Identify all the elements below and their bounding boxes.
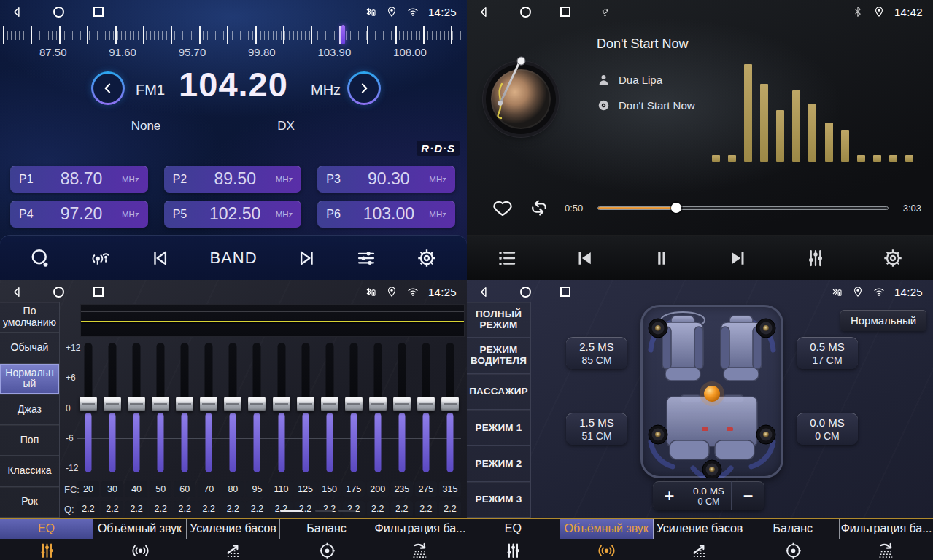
eq-slider-handle[interactable] — [104, 397, 121, 411]
audio-tab[interactable]: Баланс — [280, 519, 373, 560]
eq-band-slider[interactable] — [319, 343, 341, 472]
preset-button[interactable]: P6 103.00 MHz — [317, 201, 455, 228]
delay-increase-button[interactable]: + — [653, 481, 686, 510]
eq-slider-handle[interactable] — [248, 397, 266, 411]
listening-mode-item[interactable]: РЕЖИМ 3 — [467, 482, 530, 518]
nav-recents-icon[interactable] — [560, 287, 570, 297]
nav-home-icon[interactable] — [53, 287, 64, 298]
nav-back-icon[interactable] — [10, 5, 24, 19]
nav-home-icon[interactable] — [520, 287, 531, 298]
broadcast-icon[interactable] — [89, 247, 111, 269]
nav-recents-icon[interactable] — [93, 287, 104, 297]
eq-slider-handle[interactable] — [80, 397, 97, 411]
eq-band-slider[interactable] — [367, 343, 389, 472]
eq-slider-handle[interactable] — [152, 397, 169, 411]
previous-station-icon[interactable] — [150, 247, 171, 269]
eq-slider-handle[interactable] — [345, 397, 363, 411]
nav-recents-icon[interactable] — [560, 7, 570, 17]
delay-decrease-button[interactable]: − — [731, 481, 764, 510]
front-left-delay-button[interactable]: 2.5 MS 85 CM — [566, 337, 627, 369]
scan-icon[interactable] — [29, 247, 51, 269]
eq-slider-handle[interactable] — [321, 397, 338, 411]
band-button[interactable]: BAND — [209, 249, 257, 268]
audio-settings-icon[interactable] — [805, 247, 826, 269]
eq-band-slider[interactable] — [198, 343, 220, 472]
listening-mode-item[interactable]: РЕЖИМ 2 — [467, 446, 530, 481]
eq-band-slider[interactable] — [271, 343, 293, 472]
audio-tab[interactable]: Фильтрация ба... — [840, 519, 933, 560]
eq-band-slider[interactable] — [343, 343, 365, 472]
favorite-heart-icon[interactable] — [492, 197, 514, 219]
equalizer-icon[interactable] — [355, 247, 377, 269]
front-right-delay-button[interactable]: 0.5 MS 17 CM — [797, 337, 858, 369]
audio-tab[interactable]: Усиление басов — [187, 519, 280, 560]
seek-knob[interactable] — [671, 203, 681, 213]
eq-band-slider[interactable] — [77, 343, 99, 472]
seek-bar[interactable] — [597, 206, 888, 210]
preset-button[interactable]: P1 88.70 MHz — [10, 166, 148, 192]
nav-back-icon[interactable] — [477, 5, 491, 19]
eq-slider-handle[interactable] — [176, 397, 193, 411]
nav-home-icon[interactable] — [520, 7, 531, 18]
eq-slider-handle[interactable] — [393, 397, 411, 411]
tune-down-button[interactable] — [91, 71, 125, 105]
eq-preset-item[interactable]: Рок — [0, 487, 59, 518]
preset-button[interactable]: P2 89.50 MHz — [164, 166, 302, 192]
preset-button[interactable]: P5 102.50 MHz — [164, 201, 302, 228]
eq-slider-handle[interactable] — [128, 397, 145, 411]
eq-band-slider[interactable] — [101, 343, 123, 472]
playlist-icon[interactable] — [496, 247, 518, 269]
eq-band-slider[interactable] — [391, 343, 413, 472]
audio-tab[interactable]: EQ — [0, 519, 93, 560]
eq-slider-handle[interactable] — [273, 397, 290, 411]
next-track-icon[interactable] — [727, 247, 749, 269]
eq-band-slider[interactable] — [174, 343, 195, 472]
audio-tab[interactable]: EQ — [467, 519, 560, 560]
nav-recents-icon[interactable] — [93, 7, 104, 17]
nav-back-icon[interactable] — [477, 285, 491, 299]
eq-preset-item[interactable]: По умолчанию — [0, 302, 59, 332]
eq-band-slider[interactable] — [439, 343, 461, 472]
listening-mode-item[interactable]: ПОЛНЫЙ РЕЖИМ — [467, 302, 530, 338]
eq-slider-handle[interactable] — [297, 397, 314, 411]
eq-band-slider[interactable] — [150, 343, 171, 472]
eq-slider-handle[interactable] — [369, 397, 387, 411]
eq-slider-handle[interactable] — [441, 397, 459, 411]
nav-home-icon[interactable] — [53, 7, 64, 18]
eq-band-slider[interactable] — [295, 343, 317, 472]
listening-mode-item[interactable]: ПАССАЖИР — [467, 374, 530, 410]
eq-band-slider[interactable] — [246, 343, 268, 472]
preset-button[interactable]: P4 97.20 MHz — [10, 201, 148, 228]
eq-slider-handle[interactable] — [200, 397, 217, 411]
eq-preset-item[interactable]: Поп — [0, 425, 59, 456]
nav-back-icon[interactable] — [10, 285, 24, 299]
settings-gear-icon[interactable] — [416, 247, 438, 269]
eq-band-slider[interactable] — [415, 343, 437, 472]
surround-preset-button[interactable]: Нормальный — [840, 310, 926, 331]
listening-mode-item[interactable]: РЕЖИМ 1 — [467, 410, 530, 446]
eq-slider-handle[interactable] — [224, 397, 241, 411]
repeat-icon[interactable] — [528, 197, 550, 219]
eq-band-slider[interactable] — [125, 343, 147, 472]
audio-tab[interactable]: Объёмный звук — [93, 519, 187, 560]
next-station-icon[interactable] — [295, 247, 317, 269]
eq-preset-item[interactable]: Джаз — [0, 394, 59, 425]
eq-preset-item[interactable]: Обычай — [0, 332, 59, 363]
previous-track-icon[interactable] — [573, 247, 595, 269]
scroll-indicator[interactable] — [280, 510, 302, 512]
settings-gear-icon[interactable] — [882, 247, 904, 269]
audio-tab[interactable]: Баланс — [746, 519, 840, 560]
rear-right-delay-button[interactable]: 0.0 MS 0 CM — [797, 413, 858, 445]
listening-mode-item[interactable]: РЕЖИМ ВОДИТЕЛЯ — [467, 338, 530, 373]
eq-slider-handle[interactable] — [417, 397, 435, 411]
preset-button[interactable]: P3 90.30 MHz — [317, 166, 455, 192]
rear-left-delay-button[interactable]: 1.5 MS 51 CM — [566, 413, 627, 445]
eq-preset-item[interactable]: Нормальный — [0, 364, 59, 394]
audio-tab[interactable]: Усиление басов — [654, 519, 747, 560]
eq-preset-item[interactable]: Классика — [0, 456, 59, 486]
pause-icon[interactable] — [651, 247, 673, 269]
audio-tab[interactable]: Фильтрация ба... — [373, 519, 467, 560]
audio-tab[interactable]: Объёмный звук — [560, 519, 654, 560]
frequency-ruler[interactable] — [0, 25, 467, 45]
eq-band-slider[interactable] — [222, 343, 244, 472]
